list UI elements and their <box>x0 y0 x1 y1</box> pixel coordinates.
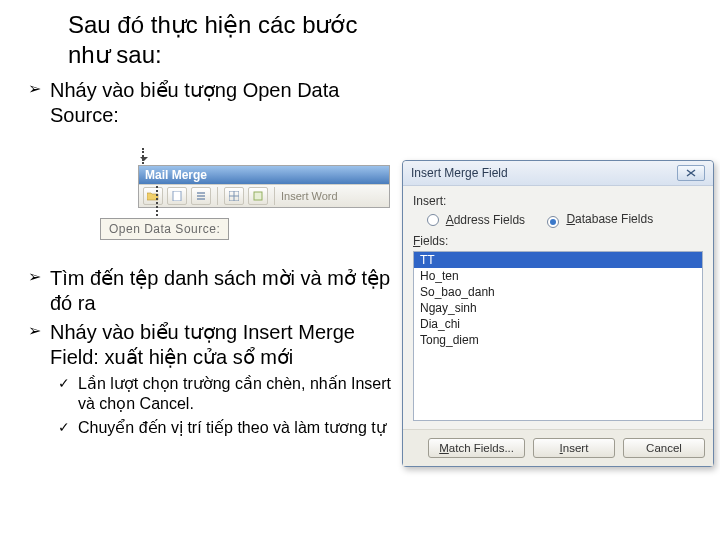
toolbar-row: Insert Word <box>139 184 389 207</box>
insert-merge-field-dialog: Insert Merge Field Insert: Address Field… <box>402 160 714 467</box>
toolbar-button[interactable] <box>248 187 268 205</box>
mail-merge-toolbar: Mail Merge Insert Word <box>138 165 390 208</box>
svg-rect-2 <box>254 192 262 200</box>
check-icon: ✓ <box>58 374 78 414</box>
radio-icon <box>547 216 559 228</box>
dialog-body: Insert: Address Fields Database Fields F… <box>403 186 713 429</box>
arrow-icon: ➢ <box>28 320 50 370</box>
dialog-titlebar: Insert Merge Field <box>403 161 713 186</box>
radio-address-fields[interactable]: Address Fields <box>427 213 525 227</box>
list-item[interactable]: Dia_chi <box>414 316 702 332</box>
fields-label: Fields: <box>413 234 703 248</box>
field-icon <box>253 191 263 201</box>
bullet-text: Tìm đến tệp danh sách mời và mở tệp đó r… <box>50 266 400 316</box>
bullet-text: Nháy vào biểu tượng Open Data Source: <box>50 78 398 128</box>
open-data-source-button[interactable] <box>143 187 163 205</box>
list-item[interactable]: Ho_ten <box>414 268 702 284</box>
pointer-arrow-icon <box>142 148 144 164</box>
bullet-item: ➢ Nháy vào biểu tượng Open Data Source: <box>28 78 398 128</box>
dialog-title: Insert Merge Field <box>411 166 508 180</box>
toolbar-button[interactable] <box>191 187 211 205</box>
insert-label: Insert: <box>413 194 703 208</box>
bullet-text: Nháy vào biểu tượng Insert Merge Field: … <box>50 320 400 370</box>
sub-bullet-item: ✓ Chuyển đến vị trí tiếp theo và làm tươ… <box>58 418 400 438</box>
separator <box>274 187 275 205</box>
arrow-icon: ➢ <box>28 266 50 316</box>
radio-icon <box>427 214 439 226</box>
toolbar-title: Mail Merge <box>139 166 389 184</box>
close-button[interactable] <box>677 165 705 181</box>
sub-bullet-text: Lần lượt chọn trường cần chèn, nhấn Inse… <box>78 374 400 414</box>
table-icon <box>229 191 239 201</box>
close-icon <box>686 169 696 177</box>
list-item[interactable]: So_bao_danh <box>414 284 702 300</box>
match-fields-button[interactable]: Match Fields... <box>428 438 525 458</box>
fields-listbox[interactable]: TT Ho_ten So_bao_danh Ngay_sinh Dia_chi … <box>413 251 703 421</box>
list-icon <box>196 191 206 201</box>
list-item[interactable]: Tong_diem <box>414 332 702 348</box>
bullet-list-lower: ➢ Tìm đến tệp danh sách mời và mở tệp đó… <box>28 266 400 442</box>
separator <box>217 187 218 205</box>
bullet-item: ➢ Tìm đến tệp danh sách mời và mở tệp đó… <box>28 266 400 316</box>
toolbar-text: Insert Word <box>281 190 338 202</box>
bullet-item: ➢ Nháy vào biểu tượng Insert Merge Field… <box>28 320 400 370</box>
pointer-dashline <box>156 186 158 220</box>
list-item[interactable]: Ngay_sinh <box>414 300 702 316</box>
sub-bullet-item: ✓ Lần lượt chọn trường cần chèn, nhấn In… <box>58 374 400 414</box>
bullet-list-top: ➢ Nháy vào biểu tượng Open Data Source: <box>28 78 398 132</box>
page-title: Sau đó thực hiện các bước như sau: <box>68 10 398 70</box>
radio-database-fields[interactable]: Database Fields <box>547 212 653 228</box>
toolbar-tooltip: Open Data Source: <box>100 218 229 240</box>
sub-bullet-text: Chuyển đến vị trí tiếp theo và làm tương… <box>78 418 400 438</box>
arrow-icon: ➢ <box>28 78 50 128</box>
check-icon: ✓ <box>58 418 78 438</box>
toolbar-button[interactable] <box>224 187 244 205</box>
list-item[interactable]: TT <box>414 252 702 268</box>
insert-button[interactable]: Insert <box>533 438 615 458</box>
page-icon <box>172 191 182 201</box>
svg-rect-0 <box>173 191 181 201</box>
dialog-button-row: Match Fields... Insert Cancel <box>403 429 713 466</box>
toolbar-button[interactable] <box>167 187 187 205</box>
cancel-button[interactable]: Cancel <box>623 438 705 458</box>
